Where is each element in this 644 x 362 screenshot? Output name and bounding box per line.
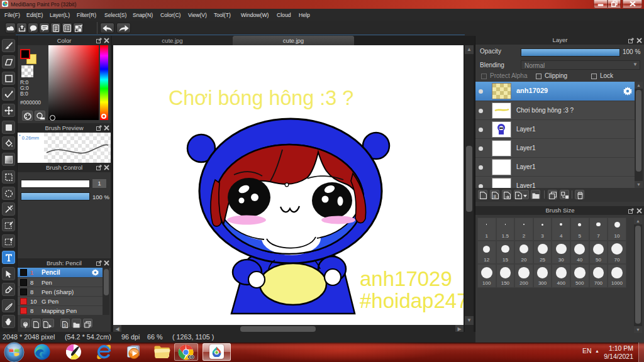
svg-text:Chơi bóng hông :3 ?: Chơi bóng hông :3 ? <box>169 87 353 109</box>
svg-text:#hoidap247: #hoidap247 <box>360 289 464 312</box>
svg-text:anh17029: anh17029 <box>360 267 452 290</box>
svg-text:8: 8 <box>494 194 497 199</box>
svg-text:S: S <box>64 323 67 327</box>
